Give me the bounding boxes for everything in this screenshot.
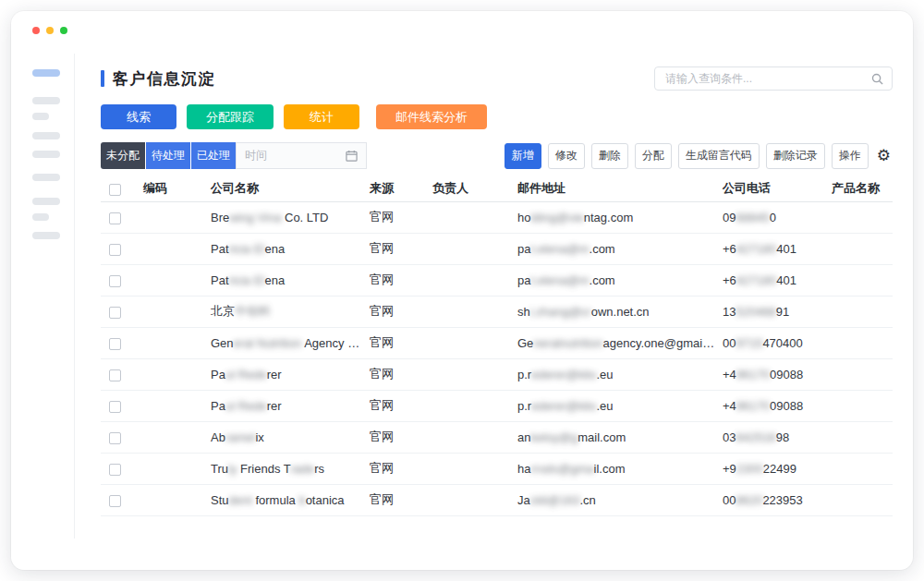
sidebar-divider [74, 54, 75, 539]
sidebar-item-skeleton[interactable] [32, 69, 60, 77]
cell-code [138, 358, 205, 390]
column-header-4: 邮件地址 [512, 176, 717, 201]
cell-code [138, 453, 205, 484]
row-checkbox[interactable] [109, 244, 121, 256]
action-button-add[interactable]: 新增 [505, 143, 541, 169]
action-button-delete[interactable]: 删除 [591, 143, 628, 169]
table-row: Abramelix官网ankeloy@gmail.com0364251698 [101, 421, 893, 453]
table-row: General Nutrition Agency …官网Generalnutri… [101, 327, 893, 358]
cell-product [826, 421, 893, 453]
cell-owner [427, 390, 512, 421]
page-title-group: 客户信息沉淀 [101, 68, 215, 90]
cell-owner [427, 453, 512, 484]
cell-company: Student formula botanica [205, 484, 364, 515]
row-checkbox-cell [101, 358, 138, 390]
table-row: Patricia Elena官网pat.elena@m.com+64271804… [101, 233, 893, 264]
cell-phone: 09688450 [717, 201, 826, 233]
column-header-0: 编码 [138, 176, 205, 201]
sidebar-item-skeleton[interactable] [32, 198, 60, 205]
table-row: Patricia Elena官网pat.elena@m.com+64271804… [101, 264, 893, 296]
cell-source: 官网 [364, 264, 427, 296]
cell-code [138, 421, 205, 453]
cell-phone: +49617009088 [717, 390, 826, 421]
sidebar-item-skeleton[interactable] [32, 232, 60, 239]
cell-company: General Nutrition Agency … [205, 327, 364, 358]
sidebar-item-skeleton[interactable] [32, 174, 60, 181]
nav-button-statistics[interactable]: 统计 [284, 104, 359, 129]
header-checkbox-cell [101, 176, 138, 201]
search-icon[interactable] [871, 73, 883, 85]
cell-phone: +9230022499 [717, 453, 826, 484]
action-button-assign[interactable]: 分配 [635, 143, 672, 169]
column-header-1: 公司名称 [205, 176, 364, 201]
row-checkbox[interactable] [109, 307, 121, 319]
cell-source: 官网 [364, 327, 427, 358]
table-row: Paul Rederer官网p.rederer@klio.eu+49617009… [101, 390, 893, 421]
row-checkbox-cell [101, 453, 138, 484]
cell-phone: +6427180401 [717, 233, 826, 264]
row-checkbox[interactable] [109, 338, 121, 350]
sidebar-item-skeleton[interactable] [32, 213, 49, 221]
row-checkbox[interactable] [109, 432, 121, 444]
filter-tab-unassigned[interactable]: 未分配 [101, 142, 145, 169]
cell-email: harrods@gmail.com [512, 453, 717, 484]
row-checkbox[interactable] [109, 369, 121, 381]
page-title: 客户信息沉淀 [113, 68, 215, 90]
table-row: Brewing Vina Co. LTD官网holding@vientag.co… [101, 201, 893, 233]
cell-code [138, 327, 205, 358]
row-checkbox[interactable] [109, 401, 121, 413]
filter-tab-pending[interactable]: 待处理 [146, 142, 190, 169]
table-row: Truly Friends Traders官网harrods@gmail.com… [101, 453, 893, 484]
cell-phone: 0364251698 [717, 421, 826, 453]
cell-company: Patricia Elena [205, 233, 364, 264]
nav-button-assign-tracking[interactable]: 分配跟踪 [187, 104, 274, 129]
date-placeholder: 时间 [245, 148, 267, 163]
cell-phone: 008620223953 [717, 484, 826, 515]
sidebar-item-skeleton[interactable] [32, 97, 60, 104]
cell-code [138, 201, 205, 233]
row-checkbox[interactable] [109, 495, 121, 507]
row-checkbox-cell [101, 264, 138, 296]
cell-product [826, 390, 893, 421]
cell-source: 官网 [364, 390, 427, 421]
cell-owner [427, 201, 512, 233]
cell-owner [427, 233, 512, 264]
cell-email: pat.elena@m.com [512, 233, 717, 264]
action-button-delete-records[interactable]: 删除记录 [766, 143, 825, 169]
main-content: 客户信息沉淀 线索分配跟踪统计邮件线索分析 未分配待处理已处理 时间 [101, 65, 893, 516]
action-button-generate-message-code[interactable]: 生成留言代码 [678, 143, 760, 169]
title-accent-bar [101, 70, 104, 87]
cell-product [826, 233, 893, 264]
search-input[interactable] [663, 71, 871, 86]
action-button-edit[interactable]: 修改 [548, 143, 585, 169]
action-button-operate[interactable]: 操作 [832, 143, 869, 169]
cell-product [826, 327, 893, 358]
minimize-button[interactable] [46, 27, 54, 34]
cell-company: Patricia Elena [205, 264, 364, 296]
row-checkbox[interactable] [109, 275, 121, 287]
cell-code [138, 264, 205, 296]
sidebar-item-skeleton[interactable] [32, 113, 49, 120]
row-checkbox[interactable] [109, 212, 121, 224]
page-header: 客户信息沉淀 [101, 65, 893, 92]
select-all-checkbox[interactable] [109, 184, 121, 196]
sidebar-item-skeleton[interactable] [32, 132, 60, 139]
nav-button-leads[interactable]: 线索 [101, 104, 176, 129]
cell-phone: +49617009088 [717, 358, 826, 390]
cell-owner [427, 484, 512, 515]
settings-gear-icon[interactable]: ⚙ [875, 148, 893, 163]
date-range-input[interactable]: 时间 [236, 142, 367, 169]
zoom-button[interactable] [60, 27, 67, 34]
cell-company: Paul Rederer [205, 358, 364, 390]
close-button[interactable] [32, 27, 40, 34]
cell-company: 北京中创科 [205, 296, 364, 327]
table-row: Student formula botanica官网Jackli@163.cn0… [101, 484, 893, 515]
column-header-2: 来源 [364, 176, 427, 201]
nav-button-email-lead-analysis[interactable]: 邮件线索分析 [376, 104, 487, 129]
row-checkbox[interactable] [109, 464, 121, 476]
filter-tab-processed[interactable]: 已处理 [191, 142, 236, 169]
row-checkbox-cell [101, 484, 138, 515]
customer-table: 编码公司名称来源负责人邮件地址公司电话产品名称 Brewing Vina Co.… [101, 176, 893, 516]
cell-phone: +6427180401 [717, 264, 826, 296]
sidebar-item-skeleton[interactable] [32, 151, 60, 158]
